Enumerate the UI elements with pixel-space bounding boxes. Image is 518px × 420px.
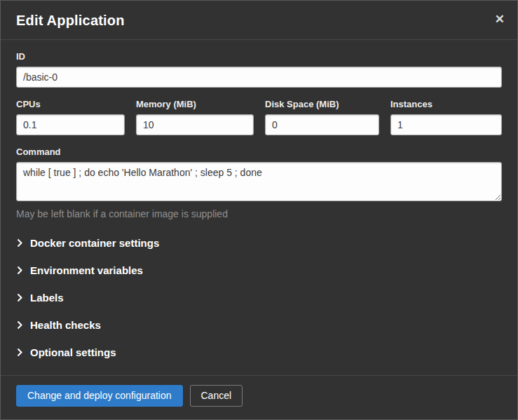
change-and-deploy-button[interactable]: Change and deploy configuration [16,385,183,407]
instances-input[interactable] [390,114,502,135]
id-field-label: ID [16,51,502,62]
section-docker-container-settings[interactable]: Docker container settings [16,229,502,257]
modal-title: Edit Application [16,13,502,29]
memory-input[interactable] [136,114,254,135]
cpus-field-label: CPUs [16,99,125,109]
resources-field-row: CPUs Memory (MiB) Disk Space (MiB) Insta… [16,99,502,135]
modal-header: Edit Application ✕ [1,1,517,40]
edit-application-modal: Edit Application ✕ ID CPUs Memory (MiB) … [0,0,518,420]
command-field-group: Command while [ true ] ; do echo 'Hello … [16,147,502,219]
chevron-right-icon [17,348,22,357]
disk-field-group: Disk Space (MiB) [265,99,379,135]
chevron-right-icon [17,293,22,302]
instances-field-label: Instances [390,99,502,109]
section-label: Health checks [30,319,101,331]
section-label: Environment variables [30,264,143,276]
section-health-checks[interactable]: Health checks [16,311,502,339]
section-optional-settings[interactable]: Optional settings [16,339,502,366]
memory-field-group: Memory (MiB) [136,99,254,135]
id-field-group: ID [16,51,502,88]
id-input[interactable] [16,67,502,88]
disk-field-label: Disk Space (MiB) [265,99,379,109]
chevron-right-icon [17,266,22,275]
section-label: Optional settings [30,346,116,358]
chevron-right-icon [17,320,22,330]
modal-body: ID CPUs Memory (MiB) Disk Space (MiB) In… [1,40,517,375]
memory-field-label: Memory (MiB) [136,99,254,109]
accordion-sections: Docker container settings Environment va… [16,229,502,366]
command-help-text: May be left blank if a container image i… [16,208,502,219]
section-label: Docker container settings [30,237,159,249]
section-environment-variables[interactable]: Environment variables [16,257,502,284]
instances-field-group: Instances [390,99,502,135]
section-labels[interactable]: Labels [16,284,502,311]
cancel-button[interactable]: Cancel [190,385,243,407]
command-textarea[interactable]: while [ true ] ; do echo 'Hello Marathon… [16,162,502,201]
chevron-right-icon [17,238,22,248]
cpus-input[interactable] [16,114,125,135]
section-label: Labels [30,292,64,304]
cpus-field-group: CPUs [16,99,125,135]
modal-footer: Change and deploy configuration Cancel [1,375,517,419]
command-field-label: Command [16,147,502,157]
close-icon[interactable]: ✕ [492,11,507,28]
disk-input[interactable] [265,114,379,135]
